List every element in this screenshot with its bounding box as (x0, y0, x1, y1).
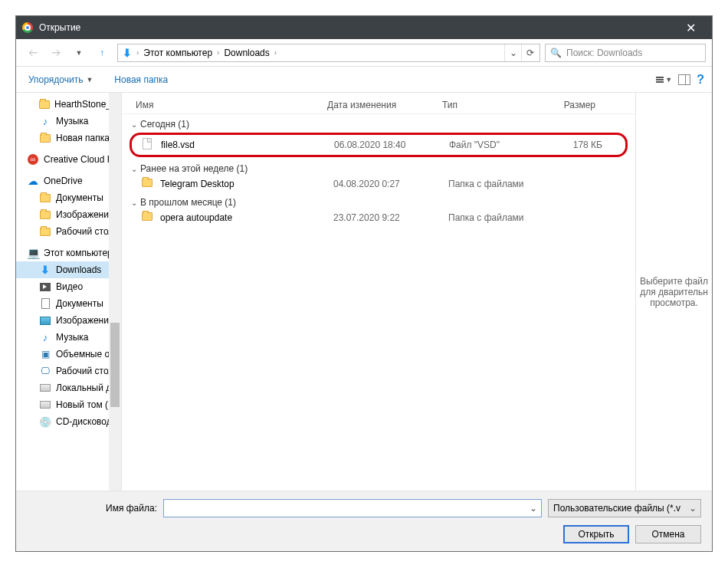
file-name: Telegram Desktop (160, 179, 333, 189)
download-arrow-icon: ⬇ (123, 47, 132, 59)
search-icon: 🔍 (550, 48, 562, 58)
filename-label: Имя файла: (27, 503, 157, 514)
tree-desktop[interactable]: 🖵Рабочий стол (16, 363, 121, 379)
group-earlier-week[interactable]: ⌄Ранее на этой неделе (1) (122, 159, 635, 176)
filetype-select[interactable]: Пользовательские файлы (*.v ⌄ (548, 499, 701, 517)
recent-dropdown[interactable]: ▼ (68, 44, 90, 62)
file-icon (143, 138, 155, 152)
dialog-footer: Имя файла: ⌄ Пользовательские файлы (*.v… (16, 491, 712, 551)
tree-localdisk[interactable]: Локальный дис (16, 379, 121, 396)
file-list[interactable]: Имя Дата изменения Тип Размер ⌄Сегодня (… (122, 93, 635, 491)
tree-newfolder[interactable]: Новая папка (16, 130, 121, 146)
view-mode-button[interactable]: ▼ (656, 76, 672, 84)
tree-od-documents[interactable]: Документы (16, 189, 121, 206)
tree-music[interactable]: ♪Музыка (16, 113, 121, 130)
chevron-down-icon: ⌄ (131, 165, 137, 173)
new-folder-button[interactable]: Новая папка (110, 71, 172, 88)
help-button[interactable]: ? (697, 73, 704, 87)
file-date: 04.08.2020 0:27 (333, 179, 448, 189)
tree-3dobjects[interactable]: ▣Объемные объ (16, 346, 121, 363)
file-row-telegram[interactable]: Telegram Desktop 04.08.2020 0:27 Папка с… (122, 176, 635, 192)
tree-thispc[interactable]: 💻Этот компьютер (16, 245, 121, 261)
navigation-bar: 🡠 🡢 ▼ ↑ ⬇ › Этот компьютер › Downloads ›… (16, 39, 712, 67)
file-date: 23.07.2020 9:22 (333, 212, 448, 223)
up-button[interactable]: ↑ (91, 44, 113, 62)
header-type[interactable]: Тип (442, 100, 549, 110)
preview-message: Выберите файл для дварительн просмотра. (639, 276, 709, 308)
group-last-month[interactable]: ⌄В прошлом месяце (1) (122, 192, 635, 209)
filename-input[interactable]: ⌄ (163, 499, 542, 517)
crumb-thispc[interactable]: Этот компьютер (140, 48, 215, 58)
content-area: Имя Дата изменения Тип Размер ⌄Сегодня (… (122, 93, 712, 491)
refresh-button[interactable]: ⟳ (521, 44, 538, 61)
tree-video[interactable]: Видео (16, 278, 121, 295)
window-title: Открытие (39, 22, 675, 33)
address-dropdown[interactable]: ⌄ (504, 44, 521, 61)
dialog-body: HearthStone_He ♪Музыка Новая папка ∞Crea… (16, 93, 712, 491)
tree-music2[interactable]: ♪Музыка (16, 329, 121, 346)
file-row-file8[interactable]: file8.vsd 06.08.2020 18:40 Файл "VSD" 17… (132, 136, 625, 153)
chevron-right-icon[interactable]: › (135, 48, 140, 57)
preview-pane: Выберите файл для дварительн просмотра. (635, 93, 712, 491)
tree-pictures[interactable]: Изображения (16, 312, 121, 329)
forward-button: 🡢 (45, 44, 67, 62)
sidebar-scrollthumb[interactable] (110, 323, 120, 407)
column-headers[interactable]: Имя Дата изменения Тип Размер (122, 96, 635, 114)
filename-dropdown[interactable]: ⌄ (526, 500, 541, 517)
annotation-highlight: file8.vsd 06.08.2020 18:40 Файл "VSD" 17… (130, 133, 628, 157)
tree-od-desktop[interactable]: Рабочий стол (16, 223, 121, 240)
tree-od-pictures[interactable]: Изображения (16, 206, 121, 223)
toolbar: Упорядочить▼ Новая папка ▼ ? (16, 67, 712, 93)
chevron-right-icon[interactable]: › (273, 48, 278, 57)
file-name: opera autoupdate (160, 212, 333, 223)
file-type: Папка с файлами (448, 212, 556, 223)
tree-volume-d[interactable]: Новый том (D:) (16, 396, 121, 413)
search-input[interactable]: 🔍 Поиск: Downloads (545, 44, 706, 62)
preview-pane-button[interactable] (678, 74, 690, 85)
open-button[interactable]: Открыть (563, 525, 629, 543)
tree-cddrive[interactable]: 💿CD-дисковод (F (16, 413, 121, 430)
header-date[interactable]: Дата изменения (327, 100, 442, 110)
tree-documents[interactable]: Документы (16, 295, 121, 312)
folder-icon (142, 179, 154, 189)
file-size: 178 КБ (556, 140, 625, 150)
header-name[interactable]: Имя (136, 100, 327, 110)
file-type: Файл "VSD" (449, 140, 556, 150)
chevron-down-icon: ⌄ (131, 120, 137, 129)
chrome-icon (22, 22, 33, 33)
titlebar[interactable]: Открытие ✕ (16, 16, 712, 39)
file-type: Папка с файлами (448, 179, 556, 189)
group-today[interactable]: ⌄Сегодня (1) (122, 114, 635, 131)
tree-downloads[interactable]: ⬇Downloads (16, 261, 121, 278)
file-date: 06.08.2020 18:40 (334, 140, 449, 150)
folder-icon (142, 212, 154, 223)
header-size[interactable]: Размер (549, 100, 618, 110)
sidebar-scrollbar[interactable] (109, 93, 121, 491)
tree-onedrive[interactable]: ☁OneDrive (16, 172, 121, 189)
tree-hearthstone[interactable]: HearthStone_He (16, 96, 121, 113)
back-button[interactable]: 🡠 (22, 44, 44, 62)
breadcrumb-bar[interactable]: ⬇ › Этот компьютер › Downloads › ⌄ ⟳ (117, 44, 540, 62)
tree-creativecloud[interactable]: ∞Creative Cloud Fil (16, 151, 121, 168)
organize-menu[interactable]: Упорядочить▼ (24, 71, 97, 88)
file-row-opera[interactable]: opera autoupdate 23.07.2020 9:22 Папка с… (122, 209, 635, 226)
filename-field[interactable] (164, 500, 526, 517)
chevron-down-icon: ⌄ (131, 199, 137, 207)
close-button[interactable]: ✕ (675, 21, 706, 35)
search-placeholder: Поиск: Downloads (566, 48, 642, 58)
chevron-down-icon: ⌄ (685, 503, 700, 514)
chevron-right-icon[interactable]: › (215, 48, 221, 57)
navigation-tree[interactable]: HearthStone_He ♪Музыка Новая папка ∞Crea… (16, 93, 122, 491)
file-open-dialog: Открытие ✕ 🡠 🡢 ▼ ↑ ⬇ › Этот компьютер › … (15, 15, 713, 552)
crumb-downloads[interactable]: Downloads (221, 48, 272, 58)
cancel-button[interactable]: Отмена (635, 525, 701, 543)
file-name: file8.vsd (161, 140, 334, 150)
